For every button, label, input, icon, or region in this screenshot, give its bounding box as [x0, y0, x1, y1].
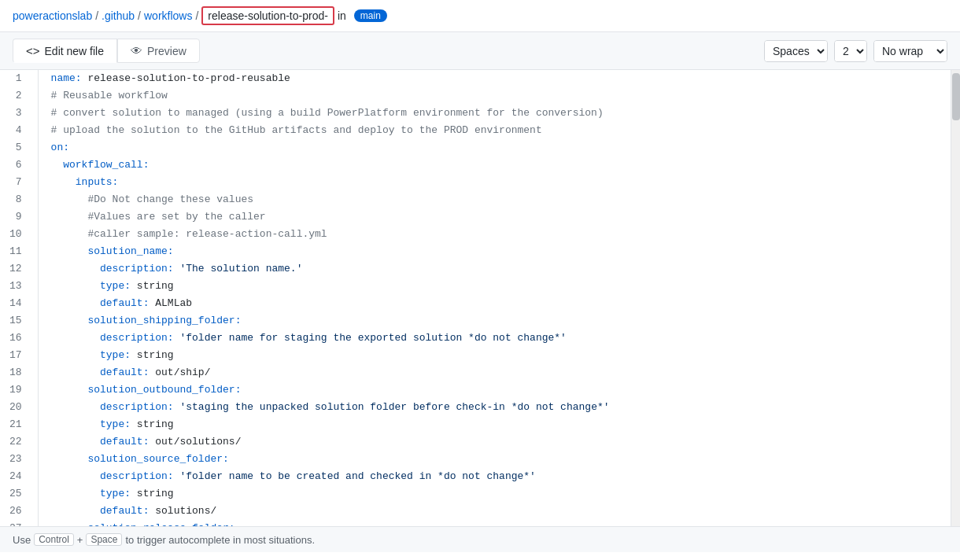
editor-toolbar: <> Edit new file 👁 Preview Spaces Tab 2 …	[0, 32, 960, 70]
toolbar-right: Spaces Tab 2 4 8 No wrap Soft wrap	[764, 40, 947, 62]
code-line: solution_name:	[51, 243, 944, 260]
line-number: 13	[9, 278, 28, 295]
code-line: type: string	[51, 278, 944, 295]
line-number: 15	[9, 312, 28, 330]
space-key: Space	[86, 533, 122, 546]
line-number: 17	[9, 347, 28, 364]
line-number: 14	[9, 295, 28, 312]
preview-icon: 👁	[131, 44, 142, 57]
scrollbar-thumb[interactable]	[952, 73, 960, 120]
code-content[interactable]: name: release-solution-to-prod-reusable#…	[39, 70, 960, 526]
line-number: 27	[9, 520, 28, 526]
editor-container: 1234567891011121314151617181920212223242…	[0, 70, 960, 526]
line-number: 10	[9, 226, 28, 243]
sep3: /	[195, 9, 198, 22]
line-number: 7	[9, 174, 28, 191]
code-line: default: ALMLab	[51, 295, 944, 312]
line-number: 4	[9, 122, 28, 139]
edit-tab-label: Edit new file	[45, 45, 104, 57]
code-line: solution_source_folder:	[51, 451, 944, 468]
preview-tab-label: Preview	[147, 45, 186, 57]
code-line: default: out/ship/	[51, 364, 944, 381]
org-link[interactable]: poweractionslab	[13, 9, 92, 22]
control-key: Control	[34, 533, 74, 546]
repo-link[interactable]: .github	[102, 9, 135, 22]
line-number: 11	[9, 243, 28, 260]
code-line: description: 'folder name for staging th…	[51, 330, 944, 347]
edit-icon: <>	[26, 44, 40, 57]
line-numbers: 1234567891011121314151617181920212223242…	[0, 70, 39, 526]
preview-tab[interactable]: 👁 Preview	[117, 39, 200, 63]
code-line: description: 'The solution name.'	[51, 260, 944, 278]
spaces-select-wrapper: Spaces Tab	[764, 40, 828, 62]
branch-badge: main	[354, 9, 387, 22]
line-number: 1	[9, 70, 28, 87]
line-number: 12	[9, 260, 28, 278]
code-line: #caller sample: release-action-call.yml	[51, 226, 944, 243]
wrap-select[interactable]: No wrap Soft wrap	[874, 41, 947, 61]
line-number: 9	[9, 208, 28, 226]
line-number: 26	[9, 503, 28, 520]
code-line: solution_outbound_folder:	[51, 381, 944, 399]
line-number: 21	[9, 416, 28, 433]
code-line: #Do Not change these values	[51, 191, 944, 208]
line-number: 6	[9, 157, 28, 174]
scrollbar[interactable]	[951, 70, 960, 526]
spaces-select[interactable]: Spaces Tab	[765, 41, 827, 61]
code-line: solution_shipping_folder:	[51, 312, 944, 330]
status-prefix: Use	[13, 534, 31, 546]
code-line: default: out/solutions/	[51, 433, 944, 451]
line-number: 25	[9, 485, 28, 503]
indent-select-wrapper: 2 4 8	[834, 40, 867, 62]
code-line: # upload the solution to the GitHub arti…	[51, 122, 944, 139]
wrap-select-wrapper: No wrap Soft wrap	[873, 40, 947, 62]
edit-tab[interactable]: <> Edit new file	[13, 39, 117, 63]
code-line: inputs:	[51, 174, 944, 191]
code-line: type: string	[51, 485, 944, 503]
code-line: on:	[51, 139, 944, 157]
line-number: 3	[9, 105, 28, 122]
file-name: release-solution-to-prod-	[201, 6, 334, 25]
indent-select[interactable]: 2 4 8	[835, 41, 866, 61]
line-number: 20	[9, 399, 28, 416]
code-line: solution_release_folder:	[51, 520, 944, 526]
status-bar: Use Control + Space to trigger autocompl…	[0, 526, 960, 552]
code-line: # convert solution to managed (using a b…	[51, 105, 944, 122]
line-number: 23	[9, 451, 28, 468]
code-line: workflow_call:	[51, 157, 944, 174]
folder-link[interactable]: workflows	[144, 9, 192, 22]
line-number: 22	[9, 433, 28, 451]
code-line: #Values are set by the caller	[51, 208, 944, 226]
code-line: # Reusable workflow	[51, 87, 944, 105]
code-line: name: release-solution-to-prod-reusable	[51, 70, 944, 87]
line-number: 8	[9, 191, 28, 208]
line-number: 16	[9, 330, 28, 347]
sep2: /	[138, 9, 141, 22]
status-plus: +	[77, 534, 83, 546]
line-number: 24	[9, 468, 28, 485]
sep1: /	[95, 9, 98, 22]
status-suffix: to trigger autocomplete in most situatio…	[125, 534, 315, 546]
line-number: 19	[9, 381, 28, 399]
in-label: in	[338, 9, 346, 22]
code-line: type: string	[51, 416, 944, 433]
code-line: description: 'folder name to be created …	[51, 468, 944, 485]
breadcrumb: poweractionslab / .github / workflows / …	[0, 0, 960, 32]
code-line: default: solutions/	[51, 503, 944, 520]
line-number: 5	[9, 139, 28, 157]
code-line: description: 'staging the unpacked solut…	[51, 399, 944, 416]
code-line: type: string	[51, 347, 944, 364]
line-number: 18	[9, 364, 28, 381]
line-number: 2	[9, 87, 28, 105]
